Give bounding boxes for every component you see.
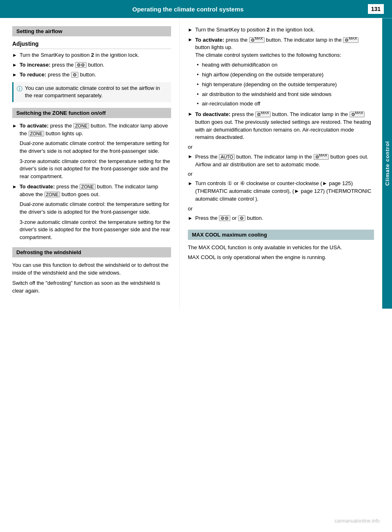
- page-number: 131: [368, 4, 384, 14]
- list-item: ► Turn controls ① or ⑥ clockwise or coun…: [188, 180, 374, 203]
- list-item: ► Press the AUTO button. The indicator l…: [188, 153, 374, 168]
- zone-activate-3zone: 3-zone automatic climate control: the te…: [20, 158, 171, 181]
- left-column: Setting the airflow Adjusting ► Turn the…: [0, 18, 180, 308]
- bullet-arrow-icon: ►: [12, 123, 17, 138]
- function-text: high airflow (depending on the outside t…: [202, 71, 374, 79]
- bullet-text: Turn the SmartKey to position 2 in the i…: [20, 51, 171, 59]
- defrosting-text2: Switch off the "defrosting" function as …: [12, 279, 171, 295]
- info-text: You can use automatic climate control to…: [25, 85, 168, 100]
- bullet-text: To deactivate: press the ZONE button. Th…: [20, 183, 171, 199]
- functions-list: • heating with dehumidification on • hig…: [194, 61, 374, 108]
- defrosting-header: Defrosting the windshield: [12, 247, 171, 257]
- info-box: ⓘ You can use automatic climate control …: [12, 82, 171, 103]
- bullet-arrow-icon: ►: [12, 72, 17, 79]
- bullet-text: To activate: press the ⚙MAX button. The …: [195, 36, 374, 59]
- zone-deactivate-dual: Dual-zone automatic climate control: the…: [20, 201, 171, 216]
- bullet-arrow-icon: ►: [12, 52, 17, 59]
- right-column: ► Turn the SmartKey to position 2 in the…: [180, 18, 382, 308]
- bullet-text: Turn controls ① or ⑥ clockwise or counte…: [195, 180, 374, 203]
- bullet-arrow-icon: ►: [188, 111, 193, 141]
- watermark: carmanualonline.info: [334, 518, 380, 524]
- list-item: ► To activate: press the ⚙MAX button. Th…: [188, 36, 374, 59]
- bullet-text: To reduce: press the ⚙ button.: [20, 71, 171, 79]
- list-item: ► Press the ⚙⚙ or ⚙ button.: [188, 215, 374, 222]
- or-text-2: or: [188, 170, 374, 178]
- bullet-arrow-icon: ►: [188, 27, 193, 34]
- max-cool-text2: MAX COOL is only operational when the en…: [188, 254, 374, 262]
- bullet-arrow-icon: ►: [188, 153, 193, 168]
- function-text: air distribution to the windshield and f…: [202, 91, 374, 98]
- defrosting-section: Defrosting the windshield You can use th…: [12, 247, 171, 295]
- bullet-text: To deactivate: press the ⚙MAX button. Th…: [195, 110, 374, 141]
- max-cool-section: MAX COOL maximum cooling The MAX COOL fu…: [188, 230, 374, 262]
- dot-icon: •: [197, 91, 199, 98]
- list-item: ► Turn the SmartKey to position 2 in the…: [12, 51, 171, 59]
- list-item: ► Turn the SmartKey to position 2 in the…: [188, 26, 374, 34]
- bullet-arrow-icon: ►: [188, 215, 193, 222]
- bullet-text: Press the ⚙⚙ or ⚙ button.: [195, 215, 374, 222]
- bullet-text: Turn the SmartKey to position 2 in the i…: [195, 26, 374, 34]
- function-text: air-recirculation mode off: [202, 100, 374, 108]
- zone-function-header: Switching the ZONE function on/off: [12, 108, 171, 118]
- dot-icon: •: [197, 100, 199, 108]
- list-item: • high temperature (depending on the out…: [194, 81, 374, 89]
- bullet-text: To activate: press the ZONE button. The …: [20, 122, 171, 138]
- list-item: ► To activate: press the ZONE button. Th…: [12, 122, 171, 138]
- list-item: ► To deactivate: press the ZONE button. …: [12, 183, 171, 199]
- dot-icon: •: [197, 71, 199, 79]
- climate-control-tab: Climate control: [382, 18, 392, 308]
- bullet-arrow-icon: ►: [12, 183, 17, 199]
- setting-airflow-header: Setting the airflow: [12, 26, 171, 36]
- list-item: • heating with dehumidification on: [194, 61, 374, 69]
- list-item: ► To deactivate: press the ⚙MAX button. …: [188, 110, 374, 141]
- dot-icon: •: [197, 81, 199, 89]
- setting-airflow-section: Setting the airflow Adjusting ► Turn the…: [12, 26, 171, 102]
- bullet-arrow-icon: ►: [188, 36, 193, 59]
- bullet-text: Press the AUTO button. The indicator lam…: [195, 153, 374, 168]
- page-header: Operating the climate control systems 13…: [0, 0, 392, 18]
- or-text-1: or: [188, 143, 374, 151]
- bullet-text: To increase: press the ⚙⚙ button.: [20, 61, 171, 69]
- defrosting-text1: You can use this function to defrost the…: [12, 262, 171, 277]
- main-content: Setting the airflow Adjusting ► Turn the…: [0, 18, 392, 308]
- function-text: high temperature (depending on the outsi…: [202, 81, 374, 89]
- info-icon: ⓘ: [17, 85, 22, 100]
- zone-deactivate-3zone: 3-zone automatic climate control: the te…: [20, 219, 171, 242]
- adjusting-title: Adjusting: [12, 40, 171, 49]
- zone-activate-dual: Dual-zone automatic climate control: the…: [20, 140, 171, 155]
- max-cool-text1: The MAX COOL function is only available …: [188, 244, 374, 252]
- list-item: • high airflow (depending on the outside…: [194, 71, 374, 79]
- dot-icon: •: [197, 61, 199, 69]
- zone-function-section: Switching the ZONE function on/off ► To …: [12, 108, 171, 241]
- list-item: • air-recirculation mode off: [194, 100, 374, 108]
- bullet-arrow-icon: ►: [188, 180, 193, 203]
- max-cool-header: MAX COOL maximum cooling: [188, 230, 374, 240]
- or-text-3: or: [188, 205, 374, 213]
- list-item: • air distribution to the windshield and…: [194, 91, 374, 98]
- climate-switches-text: The climate control system switches to t…: [195, 52, 341, 58]
- list-item: ► To reduce: press the ⚙ button.: [12, 71, 171, 79]
- header-title: Operating the climate control systems: [8, 6, 368, 13]
- bullet-arrow-icon: ►: [12, 62, 17, 69]
- function-text: heating with dehumidification on: [202, 61, 374, 69]
- list-item: ► To increase: press the ⚙⚙ button.: [12, 61, 171, 69]
